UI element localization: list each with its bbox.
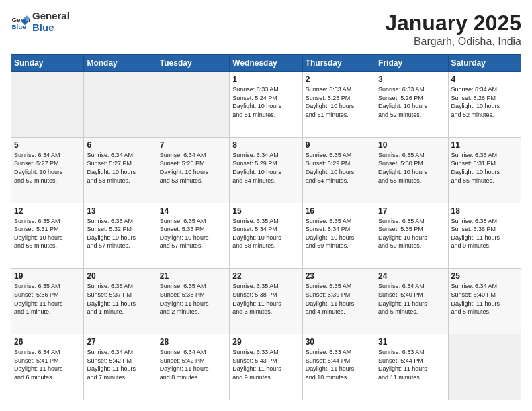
- day-info: Sunrise: 6:35 AMSunset: 5:31 PMDaylight:…: [14, 217, 81, 250]
- calendar-week-row: 5Sunrise: 6:34 AMSunset: 5:27 PMDaylight…: [11, 137, 521, 203]
- day-info: Sunrise: 6:33 AMSunset: 5:43 PMDaylight:…: [232, 348, 299, 381]
- day-info: Sunrise: 6:33 AMSunset: 5:44 PMDaylight:…: [378, 348, 445, 381]
- day-number: 30: [306, 337, 372, 347]
- calendar-day-cell: 1Sunrise: 6:33 AMSunset: 5:24 PMDaylight…: [230, 72, 302, 138]
- calendar-day-cell: 11Sunrise: 6:35 AMSunset: 5:31 PMDayligh…: [448, 137, 521, 203]
- calendar-day-cell: 15Sunrise: 6:35 AMSunset: 5:34 PMDayligh…: [230, 203, 302, 269]
- calendar-day-cell: 3Sunrise: 6:33 AMSunset: 5:26 PMDaylight…: [375, 72, 448, 138]
- day-number: 13: [87, 206, 153, 216]
- day-info: Sunrise: 6:34 AMSunset: 5:28 PMDaylight:…: [160, 151, 226, 185]
- calendar-day-cell: 23Sunrise: 6:35 AMSunset: 5:39 PMDayligh…: [302, 269, 375, 334]
- day-info: Sunrise: 6:35 AMSunset: 5:36 PMDaylight:…: [451, 217, 518, 250]
- calendar-day-cell: 18Sunrise: 6:35 AMSunset: 5:36 PMDayligh…: [448, 203, 521, 269]
- calendar-subtitle: Bargarh, Odisha, India: [385, 36, 521, 48]
- calendar-title: January 2025: [385, 11, 521, 36]
- calendar-day-cell: 30Sunrise: 6:33 AMSunset: 5:44 PMDayligh…: [302, 334, 375, 400]
- day-number: 29: [232, 337, 299, 347]
- weekday-header: Sunday: [11, 55, 84, 72]
- day-info: Sunrise: 6:34 AMSunset: 5:26 PMDaylight:…: [451, 85, 518, 119]
- day-info: Sunrise: 6:35 AMSunset: 5:37 PMDaylight:…: [87, 282, 153, 316]
- weekday-header: Thursday: [302, 55, 375, 72]
- calendar-day-cell: 6Sunrise: 6:34 AMSunset: 5:27 PMDaylight…: [84, 137, 157, 203]
- day-info: Sunrise: 6:33 AMSunset: 5:26 PMDaylight:…: [378, 85, 445, 119]
- logo-line1: General: [32, 11, 70, 22]
- day-info: Sunrise: 6:34 AMSunset: 5:29 PMDaylight:…: [232, 151, 299, 185]
- calendar-day-cell: 8Sunrise: 6:34 AMSunset: 5:29 PMDaylight…: [230, 137, 302, 203]
- day-number: 5: [14, 140, 81, 150]
- day-info: Sunrise: 6:35 AMSunset: 5:34 PMDaylight:…: [306, 217, 372, 250]
- day-number: 14: [160, 206, 226, 216]
- day-info: Sunrise: 6:35 AMSunset: 5:35 PMDaylight:…: [378, 217, 445, 250]
- day-info: Sunrise: 6:35 AMSunset: 5:36 PMDaylight:…: [14, 282, 81, 316]
- day-number: 4: [451, 75, 518, 84]
- weekday-header: Friday: [375, 55, 448, 72]
- day-info: Sunrise: 6:34 AMSunset: 5:40 PMDaylight:…: [378, 282, 445, 316]
- weekday-header: Tuesday: [157, 55, 229, 72]
- calendar-day-cell: 21Sunrise: 6:35 AMSunset: 5:38 PMDayligh…: [157, 269, 229, 334]
- day-number: 2: [306, 75, 372, 84]
- calendar-body: 1Sunrise: 6:33 AMSunset: 5:24 PMDaylight…: [11, 72, 521, 400]
- day-info: Sunrise: 6:33 AMSunset: 5:24 PMDaylight:…: [232, 85, 299, 119]
- calendar-day-cell: 28Sunrise: 6:34 AMSunset: 5:42 PMDayligh…: [157, 334, 229, 400]
- day-number: 16: [306, 206, 372, 216]
- calendar-day-cell: 17Sunrise: 6:35 AMSunset: 5:35 PMDayligh…: [375, 203, 448, 269]
- day-info: Sunrise: 6:35 AMSunset: 5:31 PMDaylight:…: [451, 151, 518, 185]
- day-info: Sunrise: 6:35 AMSunset: 5:33 PMDaylight:…: [160, 217, 226, 250]
- day-info: Sunrise: 6:34 AMSunset: 5:41 PMDaylight:…: [14, 348, 81, 381]
- calendar-day-cell: 26Sunrise: 6:34 AMSunset: 5:41 PMDayligh…: [11, 334, 84, 400]
- calendar-day-cell: 20Sunrise: 6:35 AMSunset: 5:37 PMDayligh…: [84, 269, 157, 334]
- day-info: Sunrise: 6:34 AMSunset: 5:27 PMDaylight:…: [87, 151, 153, 185]
- day-number: 26: [14, 337, 81, 347]
- day-info: Sunrise: 6:35 AMSunset: 5:38 PMDaylight:…: [160, 282, 226, 316]
- day-number: 21: [160, 271, 226, 281]
- day-number: 17: [378, 206, 445, 216]
- day-number: 20: [87, 271, 153, 281]
- logo-icon: General Blue: [11, 13, 30, 32]
- calendar-day-cell: 10Sunrise: 6:35 AMSunset: 5:30 PMDayligh…: [375, 137, 448, 203]
- day-number: 8: [232, 140, 299, 150]
- calendar-day-cell: [84, 72, 157, 138]
- day-number: 3: [378, 75, 445, 84]
- logo: General Blue General Blue: [11, 11, 70, 33]
- day-info: Sunrise: 6:35 AMSunset: 5:29 PMDaylight:…: [306, 151, 372, 185]
- calendar-day-cell: 19Sunrise: 6:35 AMSunset: 5:36 PMDayligh…: [11, 269, 84, 334]
- day-info: Sunrise: 6:34 AMSunset: 5:40 PMDaylight:…: [451, 282, 518, 316]
- day-number: 25: [451, 271, 518, 281]
- day-number: 19: [14, 271, 81, 281]
- day-info: Sunrise: 6:34 AMSunset: 5:27 PMDaylight:…: [14, 151, 81, 185]
- calendar-table: SundayMondayTuesdayWednesdayThursdayFrid…: [11, 54, 521, 400]
- calendar-day-cell: 2Sunrise: 6:33 AMSunset: 5:25 PMDaylight…: [302, 72, 375, 138]
- day-info: Sunrise: 6:33 AMSunset: 5:25 PMDaylight:…: [306, 85, 372, 119]
- calendar-day-cell: 24Sunrise: 6:34 AMSunset: 5:40 PMDayligh…: [375, 269, 448, 334]
- day-number: 7: [160, 140, 226, 150]
- calendar-day-cell: 9Sunrise: 6:35 AMSunset: 5:29 PMDaylight…: [302, 137, 375, 203]
- calendar-day-cell: [11, 72, 84, 138]
- page: General Blue General Blue January 2025 B…: [0, 0, 532, 411]
- calendar-day-cell: [157, 72, 229, 138]
- day-number: 22: [232, 271, 299, 281]
- day-info: Sunrise: 6:33 AMSunset: 5:44 PMDaylight:…: [306, 348, 372, 381]
- calendar-day-cell: 27Sunrise: 6:34 AMSunset: 5:42 PMDayligh…: [84, 334, 157, 400]
- day-number: 1: [232, 75, 299, 84]
- day-number: 24: [378, 271, 445, 281]
- day-info: Sunrise: 6:34 AMSunset: 5:42 PMDaylight:…: [87, 348, 153, 381]
- calendar-day-cell: 5Sunrise: 6:34 AMSunset: 5:27 PMDaylight…: [11, 137, 84, 203]
- calendar-day-cell: 29Sunrise: 6:33 AMSunset: 5:43 PMDayligh…: [230, 334, 302, 400]
- logo-line2: Blue: [32, 22, 70, 34]
- weekday-header: Monday: [84, 55, 157, 72]
- calendar-week-row: 26Sunrise: 6:34 AMSunset: 5:41 PMDayligh…: [11, 334, 521, 400]
- title-block: January 2025 Bargarh, Odisha, India: [385, 11, 521, 48]
- day-number: 6: [87, 140, 153, 150]
- calendar-day-cell: 16Sunrise: 6:35 AMSunset: 5:34 PMDayligh…: [302, 203, 375, 269]
- day-info: Sunrise: 6:35 AMSunset: 5:38 PMDaylight:…: [232, 282, 299, 316]
- day-number: 18: [451, 206, 518, 216]
- header: General Blue General Blue January 2025 B…: [11, 11, 521, 48]
- calendar-day-cell: 31Sunrise: 6:33 AMSunset: 5:44 PMDayligh…: [375, 334, 448, 400]
- day-info: Sunrise: 6:35 AMSunset: 5:30 PMDaylight:…: [378, 151, 445, 185]
- day-number: 27: [87, 337, 153, 347]
- day-number: 11: [451, 140, 518, 150]
- weekday-header-row: SundayMondayTuesdayWednesdayThursdayFrid…: [11, 55, 521, 72]
- calendar-day-cell: [448, 334, 521, 400]
- calendar-day-cell: 7Sunrise: 6:34 AMSunset: 5:28 PMDaylight…: [157, 137, 229, 203]
- weekday-header: Saturday: [448, 55, 521, 72]
